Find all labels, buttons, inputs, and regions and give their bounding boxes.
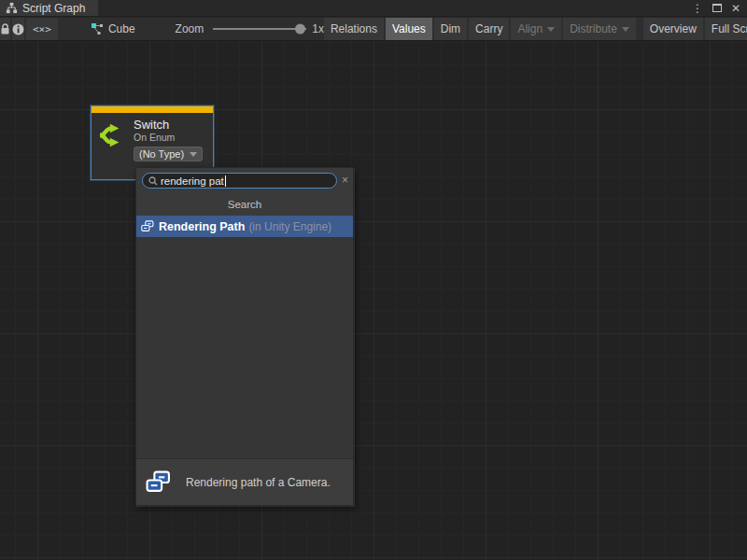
search-query: rendering pat: [161, 175, 224, 187]
node-texts: Switch On Enum (No Type): [130, 118, 203, 161]
node-body: Switch On Enum (No Type): [92, 113, 213, 161]
graph-canvas[interactable]: Switch On Enum (No Type) rendering pa: [0, 41, 747, 560]
lock-button[interactable]: [0, 18, 10, 40]
relations-button[interactable]: Relations: [324, 18, 384, 40]
type-dropdown[interactable]: (No Type): [134, 147, 203, 161]
search-results-list[interactable]: [136, 237, 353, 458]
type-dropdown-label: (No Type): [139, 148, 184, 160]
info-icon: [12, 23, 24, 35]
window-controls: ⋮ ✕: [692, 0, 747, 16]
dim-button[interactable]: Dim: [434, 18, 467, 40]
toolbar-right-group: Relations Values Dim Carry Align Distrib…: [324, 18, 747, 40]
search-footer: Rendering path of a Camera.: [136, 458, 353, 505]
code-preview-button[interactable]: <×>: [26, 18, 58, 40]
graph-icon: [6, 2, 18, 14]
align-label: Align: [517, 22, 543, 35]
info-button[interactable]: [12, 18, 24, 40]
zoom-slider-track: [213, 28, 306, 30]
dim-label: Dim: [441, 22, 460, 35]
graph-breadcrumb-cube[interactable]: Cube: [84, 18, 142, 40]
code-icon: <×>: [33, 23, 51, 35]
node-title: Switch: [134, 118, 203, 132]
search-row: rendering pat ×: [136, 168, 353, 193]
full-screen-button[interactable]: Full Screen: [705, 18, 747, 40]
values-button[interactable]: Values: [386, 18, 432, 40]
type-search-popup: rendering pat × Search Rendering Path (i…: [135, 167, 354, 506]
lock-icon: [0, 23, 10, 35]
search-section-header: Search: [136, 193, 353, 216]
switch-branch-icon: [98, 118, 130, 161]
align-button[interactable]: Align: [511, 18, 561, 40]
full-screen-label: Full Screen: [712, 22, 747, 35]
toolbar: <×> Cube Zoom 1x Relations Val: [0, 18, 747, 41]
maximize-icon[interactable]: [712, 4, 722, 12]
search-input[interactable]: rendering pat: [142, 173, 337, 189]
text-caret: [225, 175, 226, 187]
chevron-down-icon: [190, 152, 197, 157]
tab-label: Script Graph: [22, 2, 85, 15]
zoom-slider[interactable]: [213, 18, 306, 40]
zoom-value: 1x: [312, 22, 324, 35]
cube-label: Cube: [108, 22, 135, 35]
close-icon[interactable]: ✕: [731, 3, 740, 14]
result-context: (in Unity Engine): [248, 220, 331, 233]
result-name: Rendering Path: [159, 220, 245, 233]
footer-description: Rendering path of a Camera.: [186, 476, 331, 489]
distribute-button[interactable]: Distribute: [563, 18, 636, 40]
search-icon: [148, 176, 158, 186]
carry-button[interactable]: Carry: [469, 18, 509, 40]
graph-node-icon: [91, 22, 104, 35]
overview-label: Overview: [650, 22, 697, 35]
node-subtitle: On Enum: [134, 132, 203, 143]
tab-bar: Script Graph ⋮ ✕: [0, 0, 747, 17]
search-close-icon[interactable]: ×: [342, 174, 348, 187]
relations-label: Relations: [331, 22, 377, 35]
node-warning-bar: [92, 106, 213, 113]
zoom-slider-handle[interactable]: [295, 24, 305, 35]
carry-label: Carry: [475, 22, 502, 35]
values-label: Values: [392, 22, 426, 35]
overview-button[interactable]: Overview: [643, 18, 703, 40]
script-graph-window: Script Graph ⋮ ✕ <×>: [0, 0, 747, 560]
zoom-label: Zoom: [176, 22, 204, 35]
enum-icon-large: [146, 470, 171, 494]
zoom-control: Zoom 1x: [176, 18, 324, 40]
enum-icon: [141, 220, 154, 232]
chevron-down-icon: [622, 27, 629, 32]
chevron-down-icon: [547, 27, 555, 32]
search-result-rendering-path[interactable]: Rendering Path (in Unity Engine): [136, 216, 353, 237]
distribute-label: Distribute: [570, 22, 617, 35]
menu-icon[interactable]: ⋮: [692, 3, 703, 14]
tab-script-graph[interactable]: Script Graph: [0, 0, 98, 16]
